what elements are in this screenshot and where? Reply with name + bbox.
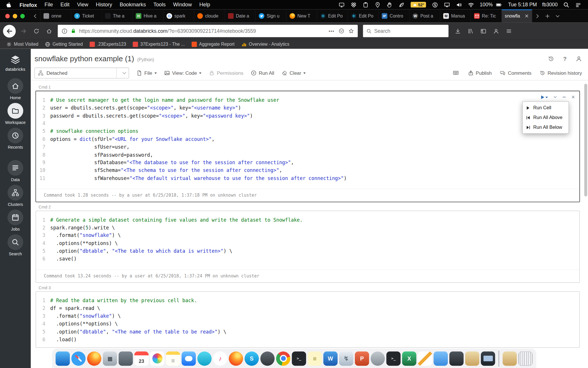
tab-sign-u[interactable]: Sign u xyxy=(255,9,286,23)
file-menu-button[interactable]: File xyxy=(136,70,156,76)
comments-button[interactable]: Comments xyxy=(500,70,532,76)
account-button[interactable] xyxy=(490,25,502,37)
dock-firefox[interactable] xyxy=(87,351,101,366)
shortcuts-keyboard-icon[interactable] xyxy=(452,70,460,76)
close-window-button[interactable] xyxy=(5,14,10,18)
forward-button[interactable] xyxy=(18,25,29,37)
dock-app-dark[interactable] xyxy=(260,351,275,366)
clear-menu-button[interactable]: Clear xyxy=(282,70,306,76)
battery-icon[interactable] xyxy=(495,2,502,8)
all-tabs-dropdown-button[interactable] xyxy=(552,9,562,23)
sidebar-item-data[interactable]: Data xyxy=(7,160,23,182)
dock-briefcase[interactable] xyxy=(449,351,464,366)
dock-powerpoint[interactable]: P xyxy=(355,351,369,366)
dock-calendar[interactable]: 23 xyxy=(134,351,149,366)
sidebar-item-clusters[interactable]: Clusters xyxy=(7,185,23,207)
sidebar-item-jobs[interactable]: Jobs xyxy=(7,210,23,231)
page-actions-icon[interactable]: ••• xyxy=(329,28,334,34)
search-icon[interactable] xyxy=(563,2,569,8)
code-cell-1[interactable]: Run CellRun All AboveRun All Below1# Use… xyxy=(36,91,580,202)
dock-notes[interactable]: ≣ xyxy=(166,351,180,366)
account-icon[interactable] xyxy=(576,55,582,62)
dock-paint[interactable] xyxy=(418,351,432,366)
view-menu-button[interactable]: View: Code xyxy=(164,70,202,76)
wifi-icon[interactable] xyxy=(468,2,474,8)
tab-edit-po[interactable]: Edit Po xyxy=(317,9,348,23)
location-pin-icon[interactable] xyxy=(374,2,380,8)
sidebar-item-recents[interactable]: Recents xyxy=(7,128,23,150)
clipboard-icon[interactable] xyxy=(363,2,369,8)
dock-display-app[interactable] xyxy=(481,351,495,366)
bookmark-overview-analytics[interactable]: Overview - Analytics xyxy=(238,41,293,48)
collapse-cell-button[interactable] xyxy=(553,95,557,99)
code-editor[interactable]: 1# Read the data written by the previous… xyxy=(36,292,579,347)
dock-skype[interactable]: S xyxy=(245,351,259,366)
dock-chrome[interactable] xyxy=(276,351,291,366)
bookmark-getting-started[interactable]: Getting Started xyxy=(42,41,86,48)
tab-onne[interactable]: onne xyxy=(40,9,71,23)
tab-new-t[interactable]: New T xyxy=(286,9,317,23)
dock-photos[interactable] xyxy=(150,351,165,366)
display-icon[interactable] xyxy=(339,2,345,8)
dock-folder-projects[interactable] xyxy=(465,351,479,366)
tab-close-icon[interactable] xyxy=(524,14,529,18)
dock-music[interactable]: ♪ xyxy=(213,351,227,366)
new-tab-button[interactable] xyxy=(542,9,552,23)
tab-post-a[interactable]: WPost a xyxy=(409,9,440,23)
tab-hive-a[interactable]: HHive a xyxy=(132,9,163,23)
menu-help[interactable]: Help xyxy=(196,0,214,9)
schedule-icon[interactable] xyxy=(548,55,554,62)
sidebar-item-search[interactable]: Search xyxy=(7,234,23,256)
menu-tools[interactable]: Tools xyxy=(150,0,169,9)
minimize-cell-button[interactable] xyxy=(562,95,566,99)
dock-messages[interactable] xyxy=(181,351,196,366)
revision-history-button[interactable]: Revision history xyxy=(540,70,582,76)
leaf-icon[interactable] xyxy=(399,2,405,8)
dock-launchpad[interactable]: ▦ xyxy=(103,351,117,366)
code-editor[interactable]: 1# Use secret manager to get the login n… xyxy=(36,91,579,186)
page-info-icon[interactable] xyxy=(61,28,67,34)
dock-facetime[interactable] xyxy=(197,351,212,366)
hand-icon[interactable] xyxy=(386,2,392,8)
menu-list-icon[interactable] xyxy=(575,2,581,8)
scroll-tabs-right-button[interactable] xyxy=(532,9,542,23)
apple-menu-icon[interactable] xyxy=(6,2,11,8)
menubar-clock[interactable]: Tue 5:18 PM xyxy=(508,2,537,8)
zoom-window-button[interactable] xyxy=(20,14,25,18)
tab-contro[interactable]: Contro xyxy=(378,9,409,23)
menu-edit[interactable]: Edit xyxy=(57,0,74,9)
dock-excel[interactable]: X xyxy=(402,351,416,366)
sidebar-toggle-button[interactable] xyxy=(478,25,489,37)
dock-word[interactable]: W xyxy=(323,351,338,366)
sidebar-item-workspace[interactable]: Workspace xyxy=(5,103,26,125)
code-cell-3[interactable]: 1# Read the data written by the previous… xyxy=(36,291,580,348)
help-icon[interactable]: ? xyxy=(563,55,567,62)
pocket-icon[interactable] xyxy=(339,28,344,34)
tab-re-tic[interactable]: Re: Tic xyxy=(471,9,501,23)
dock-stickies[interactable]: ≣ xyxy=(307,351,322,366)
publish-button[interactable]: Publish xyxy=(468,70,492,76)
menu-window[interactable]: Window xyxy=(169,0,196,9)
run-cell-dropdown-button[interactable] xyxy=(541,95,548,99)
notebook-title[interactable]: snowflake python example (1) xyxy=(34,54,134,63)
dock-app-grey[interactable] xyxy=(371,351,385,366)
code-cell-2[interactable]: 1# Generate a simple dataset containing … xyxy=(36,210,580,282)
dock-finder[interactable] xyxy=(56,351,70,366)
sidebar-item-home[interactable]: Home xyxy=(7,78,23,100)
tab-the-a[interactable]: The a xyxy=(102,9,132,23)
tab-cloude[interactable]: cloude xyxy=(194,9,225,23)
menu-app-name[interactable]: Firefox xyxy=(16,2,41,8)
dock-terminal-alt[interactable]: >_ xyxy=(386,351,401,366)
cluster-selector[interactable]: Detached xyxy=(34,67,129,78)
delete-cell-button[interactable] xyxy=(571,95,575,99)
minimize-window-button[interactable] xyxy=(13,14,17,18)
run-menu-item-run-all-below[interactable]: Run All Below xyxy=(523,122,568,132)
bookmark-most-visited[interactable]: Most Visited xyxy=(3,41,42,48)
search-input[interactable]: Search xyxy=(363,25,448,37)
dock-safari[interactable] xyxy=(71,351,86,366)
dock-preview[interactable] xyxy=(119,351,133,366)
airplay-icon[interactable] xyxy=(444,2,450,8)
bookmark-37experts123-the[interactable]: 37Experts123 - The ... xyxy=(129,41,188,48)
volume-icon[interactable] xyxy=(456,2,462,8)
bookmark-23experts123[interactable]: .23Experts123 xyxy=(86,41,129,48)
